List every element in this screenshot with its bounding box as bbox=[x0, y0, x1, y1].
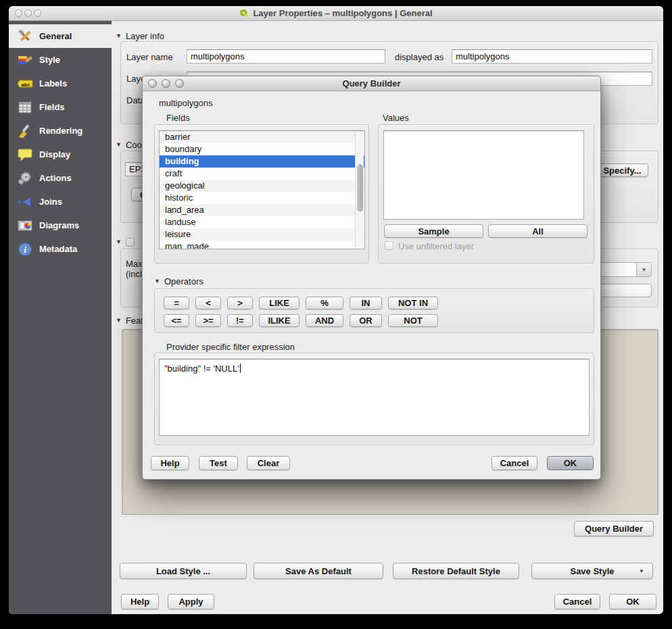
filter-expression-header: Provider specific filter expression bbox=[166, 342, 295, 352]
operator-button[interactable]: <= bbox=[164, 314, 189, 327]
operator-button[interactable]: < bbox=[195, 297, 221, 309]
sidebar: General Style abc Labels Fields Renderin… bbox=[9, 21, 112, 614]
ok-button[interactable]: OK bbox=[547, 456, 594, 470]
fields-group: barrier boundary building craft geologic… bbox=[154, 124, 369, 263]
sidebar-item-label: Rendering bbox=[39, 126, 82, 136]
values-list[interactable] bbox=[383, 130, 584, 220]
diagram-icon bbox=[17, 218, 33, 234]
sidebar-item-style[interactable]: Style bbox=[9, 48, 112, 72]
sidebar-item-display[interactable]: Display bbox=[9, 143, 112, 166]
sidebar-item-general[interactable]: General bbox=[9, 24, 112, 48]
field-list-item[interactable]: man_made bbox=[160, 241, 364, 249]
svg-text:i: i bbox=[24, 245, 26, 255]
all-button[interactable]: All bbox=[488, 224, 587, 238]
operator-button[interactable]: NOT IN bbox=[388, 297, 438, 309]
gear-icon bbox=[17, 170, 33, 186]
table-icon bbox=[17, 99, 33, 116]
field-list-item[interactable]: boundary bbox=[160, 143, 364, 155]
operator-button[interactable]: LIKE bbox=[259, 297, 299, 309]
join-arrow-icon bbox=[17, 194, 33, 210]
operator-button[interactable]: AND bbox=[306, 314, 343, 327]
sidebar-item-metadata[interactable]: i Metadata bbox=[9, 237, 112, 261]
scale-visibility-checkbox[interactable] bbox=[126, 238, 135, 247]
sidebar-item-label: Joins bbox=[39, 197, 62, 207]
clear-button[interactable]: Clear bbox=[247, 456, 290, 470]
field-list-item[interactable]: landuse bbox=[160, 216, 364, 228]
sample-button[interactable]: Sample bbox=[384, 224, 483, 238]
info-icon: i bbox=[17, 241, 33, 257]
filter-expression-input[interactable]: "building" != 'NULL' bbox=[159, 359, 590, 436]
restore-default-style-button[interactable]: Restore Default Style bbox=[393, 563, 519, 579]
operator-button[interactable]: != bbox=[227, 314, 253, 327]
help-button[interactable]: Help bbox=[151, 456, 189, 470]
layer-name-input[interactable]: multipolygons bbox=[187, 49, 385, 64]
use-unfiltered-checkbox[interactable] bbox=[385, 241, 393, 250]
save-as-default-button[interactable]: Save As Default bbox=[254, 563, 383, 579]
cancel-button[interactable]: Cancel bbox=[491, 456, 537, 470]
field-list-item[interactable]: geological bbox=[160, 180, 364, 192]
specify-crs-button[interactable]: Specify... bbox=[596, 163, 648, 177]
field-list-item[interactable]: craft bbox=[160, 168, 364, 180]
test-button[interactable]: Test bbox=[199, 456, 238, 470]
disclosure-triangle-icon[interactable]: ▼ bbox=[116, 318, 122, 324]
svg-text:abc: abc bbox=[22, 81, 30, 87]
field-list-item[interactable]: barrier bbox=[160, 131, 364, 143]
layer-name-label: Layer name bbox=[126, 52, 173, 62]
operator-button[interactable]: IN bbox=[350, 297, 382, 309]
query-builder-titlebar[interactable]: Query Builder bbox=[143, 76, 600, 91]
sidebar-item-label: Metadata bbox=[39, 244, 77, 254]
query-builder-button[interactable]: Query Builder bbox=[574, 521, 654, 536]
displayed-as-input[interactable]: multipolygons bbox=[452, 49, 652, 64]
sidebar-item-label: Display bbox=[39, 149, 70, 159]
disclosure-triangle-icon[interactable]: ▼ bbox=[116, 33, 122, 39]
operators-group: = < > LIKE % IN NOT IN <= >= != ILIKE AN… bbox=[154, 288, 594, 333]
sidebar-item-label: General bbox=[39, 31, 72, 41]
displayed-as-label: displayed as bbox=[395, 52, 443, 62]
sidebar-item-label: Fields bbox=[39, 102, 65, 112]
sidebar-item-label: Diagrams bbox=[39, 220, 79, 230]
layer-info-header[interactable]: ▼ Layer info bbox=[116, 31, 164, 41]
operator-button[interactable]: OR bbox=[350, 314, 382, 327]
operator-button[interactable]: NOT bbox=[388, 314, 438, 327]
field-list-item-selected[interactable]: building bbox=[160, 155, 364, 168]
disclosure-triangle-icon[interactable]: ▼ bbox=[116, 142, 122, 148]
operator-button[interactable]: % bbox=[306, 297, 343, 309]
load-style-button[interactable]: Load Style ... bbox=[120, 563, 247, 579]
window-title: Layer Properties – multipolygons | Gener… bbox=[9, 8, 663, 18]
filter-expression-group: "building" != 'NULL' bbox=[154, 353, 594, 445]
scale-visibility-header[interactable]: ▼ bbox=[116, 238, 135, 247]
brush-icon bbox=[17, 123, 33, 139]
speech-bubble-icon bbox=[17, 147, 33, 163]
sidebar-item-fields[interactable]: Fields bbox=[9, 95, 112, 119]
main-titlebar[interactable]: Layer Properties – multipolygons | Gener… bbox=[9, 6, 663, 21]
disclosure-triangle-icon[interactable]: ▼ bbox=[116, 239, 122, 245]
sidebar-item-diagrams[interactable]: Diagrams bbox=[9, 213, 112, 237]
operator-button[interactable]: ILIKE bbox=[259, 314, 299, 327]
use-unfiltered-label: Use unfiltered layer bbox=[398, 241, 474, 251]
operator-button[interactable]: > bbox=[227, 297, 253, 309]
chevron-down-icon[interactable]: ▼ bbox=[636, 263, 651, 276]
fields-list[interactable]: barrier boundary building craft geologic… bbox=[159, 130, 365, 249]
query-builder-window: Query Builder multipolygons Fields Value… bbox=[142, 76, 601, 480]
sidebar-item-rendering[interactable]: Rendering bbox=[9, 119, 112, 143]
field-list-item[interactable]: historic bbox=[160, 192, 364, 204]
save-style-button[interactable]: Save Style ▼ bbox=[531, 563, 653, 579]
values-header: Values bbox=[383, 113, 409, 123]
sidebar-item-labels[interactable]: abc Labels bbox=[9, 72, 112, 95]
field-list-item[interactable]: leisure bbox=[160, 228, 364, 241]
operators-header[interactable]: ▼ Operators bbox=[154, 276, 203, 286]
field-list-item[interactable]: land_area bbox=[160, 204, 364, 216]
text-cursor bbox=[240, 363, 241, 373]
sidebar-item-joins[interactable]: Joins bbox=[9, 190, 112, 213]
disclosure-triangle-icon[interactable]: ▼ bbox=[154, 278, 160, 284]
cancel-button[interactable]: Cancel bbox=[554, 594, 600, 609]
apply-button[interactable]: Apply bbox=[168, 594, 214, 609]
chevron-down-icon[interactable]: ▼ bbox=[639, 568, 644, 574]
operator-button[interactable]: >= bbox=[195, 314, 221, 327]
scrollbar[interactable] bbox=[355, 132, 364, 248]
scrollbar-thumb[interactable] bbox=[357, 164, 363, 211]
ok-button[interactable]: OK bbox=[609, 594, 656, 609]
operator-button[interactable]: = bbox=[164, 297, 189, 309]
sidebar-item-actions[interactable]: Actions bbox=[9, 166, 112, 190]
help-button[interactable]: Help bbox=[121, 594, 159, 609]
